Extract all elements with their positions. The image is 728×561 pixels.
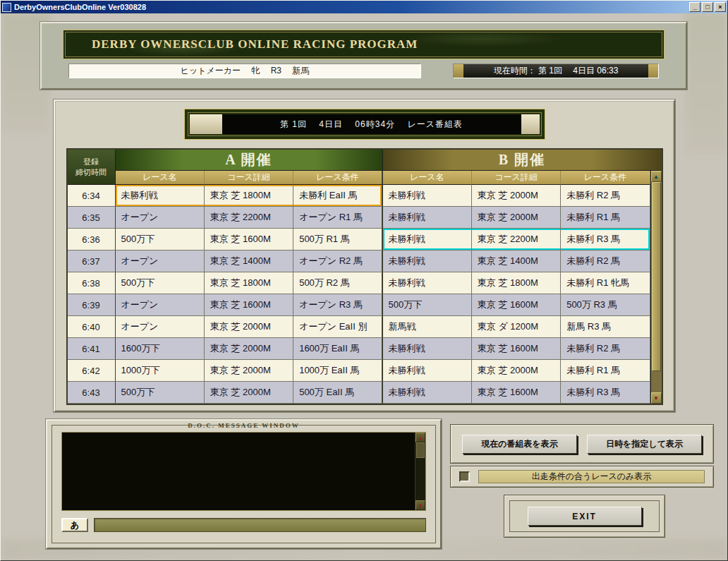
race-b-conditions-cell[interactable]: 未勝利 R3 馬 <box>561 229 650 251</box>
race-b-course-cell[interactable]: 東京 芝 1600M <box>472 338 561 360</box>
race-a-name-cell[interactable]: オープン <box>116 251 205 272</box>
race-b-course-cell[interactable]: 東京 芝 2000M <box>472 185 561 207</box>
race-a-name-cell[interactable]: オープン <box>116 207 205 229</box>
race-a-course-cell[interactable]: 東京 芝 1400M <box>205 251 293 272</box>
race-a-course-cell[interactable]: 東京 芝 1600M <box>205 229 293 251</box>
program-title-cap-left <box>190 114 222 134</box>
race-a-name-cell[interactable]: 1000万下 <box>116 360 205 382</box>
race-time-cell[interactable]: 6:36 <box>68 229 116 251</box>
race-a-conditions-cell[interactable]: 1000万 EaII 馬 <box>293 360 382 382</box>
race-b-name-cell[interactable]: 未勝利戦 <box>383 382 472 404</box>
race-a-conditions-cell[interactable]: オープン R2 馬 <box>293 251 382 272</box>
race-b-conditions-cell[interactable]: 未勝利 R2 馬 <box>561 251 650 272</box>
column-header-deadline-time: 登録 締切時間 <box>68 150 116 185</box>
race-b-name-cell[interactable]: 未勝利戦 <box>383 207 472 229</box>
race-b-conditions-cell[interactable]: 未勝利 R1 牝馬 <box>561 272 650 294</box>
filter-checkbox[interactable] <box>459 471 470 482</box>
race-b-name-cell[interactable]: 未勝利戦 <box>383 229 472 251</box>
race-a-name-cell[interactable]: 未勝利戦 <box>116 185 205 207</box>
exit-panel: EXIT <box>504 495 665 538</box>
race-time-cell[interactable]: 6:37 <box>68 251 116 272</box>
race-b-name-cell[interactable]: 未勝利戦 <box>383 272 472 294</box>
message-input-field[interactable] <box>94 518 426 532</box>
race-a-course-cell[interactable]: 東京 芝 2000M <box>205 382 293 404</box>
race-a-conditions-cell[interactable]: オープン EaII 別 <box>293 316 382 338</box>
race-b-course-cell[interactable]: 東京 芝 1800M <box>472 272 561 294</box>
race-time-cell[interactable]: 6:43 <box>68 382 116 404</box>
race-b-course-cell[interactable]: 東京 芝 2000M <box>472 360 561 382</box>
race-a-course-cell[interactable]: 東京 芝 1600M <box>205 294 293 316</box>
race-b-course-cell[interactable]: 東京 芝 1400M <box>472 251 561 272</box>
message-scrollbar-thumb[interactable] <box>416 442 425 458</box>
title-bar: DerbyOwnersClubOnline Ver030828 _ □ × <box>1 1 727 13</box>
race-a-name-cell[interactable]: 500万下 <box>116 229 205 251</box>
display-buttons-panel: 現在の番組表を表示 日時を指定して表示 <box>450 424 714 464</box>
race-a-conditions-cell[interactable]: 500万 EaII 馬 <box>293 382 382 404</box>
race-a-course-cell[interactable]: 東京 芝 2000M <box>205 338 293 360</box>
race-a-name-cell[interactable]: 500万下 <box>116 382 205 404</box>
race-time-cell[interactable]: 6:42 <box>68 360 116 382</box>
message-scrollbar-track[interactable] <box>415 442 425 500</box>
race-a-conditions-cell[interactable]: オープン R3 馬 <box>293 294 382 316</box>
race-a-conditions-cell[interactable]: 1600万 EaII 馬 <box>293 338 382 360</box>
table-scrollbar-thumb[interactable] <box>652 182 661 371</box>
race-b-course-cell[interactable]: 東京 芝 1600M <box>472 294 561 316</box>
race-b-course-cell[interactable]: 東京 芝 2000M <box>472 207 561 229</box>
race-time-cell[interactable]: 6:40 <box>68 316 116 338</box>
message-display-area: ▲ ▼ <box>61 432 426 511</box>
race-b-conditions-cell[interactable]: 未勝利 R1 馬 <box>561 207 650 229</box>
race-a-course-cell[interactable]: 東京 芝 2200M <box>205 207 293 229</box>
column-header-a-course: コース詳細 <box>205 171 293 185</box>
race-a-name-cell[interactable]: オープン <box>116 316 205 338</box>
app-window: DerbyOwnersClubOnline Ver030828 _ □ × DE… <box>0 0 728 561</box>
race-a-course-cell[interactable]: 東京 芝 2000M <box>205 360 293 382</box>
close-button-icon[interactable]: × <box>715 2 726 12</box>
column-header-b-conditions: レース条件 <box>561 171 650 185</box>
race-b-name-cell[interactable]: 未勝利戦 <box>383 360 472 382</box>
race-time-cell[interactable]: 6:35 <box>68 207 116 229</box>
race-b-name-cell[interactable]: 新馬戦 <box>383 316 472 338</box>
ime-mode-button[interactable]: あ <box>61 518 88 532</box>
race-a-name-cell[interactable]: 500万下 <box>116 272 205 294</box>
table-scrollbar[interactable]: ▲ ▼ <box>650 171 662 404</box>
message-scroll-up-icon[interactable]: ▲ <box>415 433 425 442</box>
show-current-program-button[interactable]: 現在の番組表を表示 <box>462 435 577 454</box>
race-a-course-cell[interactable]: 東京 芝 1800M <box>205 272 293 294</box>
race-time-cell[interactable]: 6:39 <box>68 294 116 316</box>
race-time-cell[interactable]: 6:34 <box>68 185 116 207</box>
race-a-course-cell[interactable]: 東京 芝 2000M <box>205 316 293 338</box>
race-b-conditions-cell[interactable]: 未勝利 R3 馬 <box>561 382 650 404</box>
race-a-name-cell[interactable]: 1600万下 <box>116 338 205 360</box>
race-b-name-cell[interactable]: 未勝利戦 <box>383 338 472 360</box>
exit-button[interactable]: EXIT <box>528 507 642 526</box>
scroll-up-icon[interactable]: ▲ <box>651 171 662 182</box>
race-a-conditions-cell[interactable]: 未勝利 EaII 馬 <box>293 185 382 207</box>
table-scrollbar-track[interactable] <box>651 182 662 392</box>
maximize-button-icon[interactable]: □ <box>702 2 713 12</box>
race-time-cell[interactable]: 6:38 <box>68 272 116 294</box>
race-b-name-cell[interactable]: 未勝利戦 <box>383 185 472 207</box>
race-b-conditions-cell[interactable]: 500万 R3 馬 <box>561 294 650 316</box>
race-b-conditions-cell[interactable]: 未勝利 R2 馬 <box>561 185 650 207</box>
info-row: ヒットメーカー 牝 R3 新馬 現在時間： 第 1回 4日目 06:33 <box>68 64 659 78</box>
race-time-cell[interactable]: 6:41 <box>68 338 116 360</box>
message-scrollbar[interactable]: ▲ ▼ <box>415 433 425 510</box>
show-by-datetime-button[interactable]: 日時を指定して表示 <box>587 435 702 454</box>
race-a-conditions-cell[interactable]: 500万 R2 馬 <box>293 272 382 294</box>
race-b-course-cell[interactable]: 東京 芝 1600M <box>472 382 561 404</box>
race-a-name-cell[interactable]: オープン <box>116 294 205 316</box>
race-b-conditions-cell[interactable]: 未勝利 R2 馬 <box>561 338 650 360</box>
race-b-conditions-cell[interactable]: 未勝利 R1 馬 <box>561 360 650 382</box>
race-b-conditions-cell[interactable]: 新馬 R3 馬 <box>561 316 650 338</box>
race-b-course-cell[interactable]: 東京 ダ 1200M <box>472 316 561 338</box>
scroll-down-icon[interactable]: ▼ <box>651 392 662 404</box>
race-b-name-cell[interactable]: 500万下 <box>383 294 472 316</box>
message-scroll-down-icon[interactable]: ▼ <box>415 500 425 510</box>
race-a-conditions-cell[interactable]: オープン R1 馬 <box>293 207 382 229</box>
race-b-course-cell[interactable]: 東京 芝 2200M <box>472 229 561 251</box>
race-a-course-cell[interactable]: 東京 芝 1800M <box>205 185 293 207</box>
minimize-button-icon[interactable]: _ <box>689 2 700 12</box>
race-a-conditions-cell[interactable]: 500万 R1 馬 <box>293 229 382 251</box>
race-b-name-cell[interactable]: 未勝利戦 <box>383 251 472 272</box>
window-title: DerbyOwnersClubOnline Ver030828 <box>14 3 689 11</box>
